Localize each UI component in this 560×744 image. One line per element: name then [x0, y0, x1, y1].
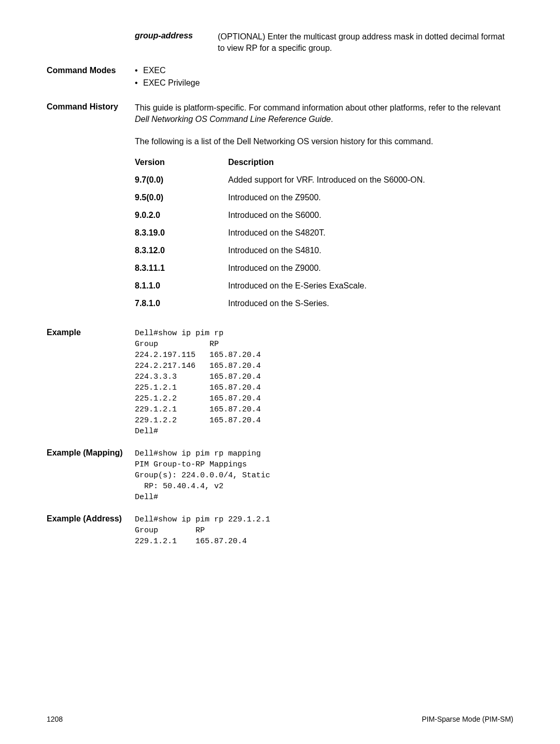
command-history-label: Command History [47, 102, 135, 316]
page-number: 1208 [47, 715, 63, 723]
version-cell: 8.3.11.1 [135, 264, 228, 273]
description-cell: Introduced on the S-Series. [228, 299, 513, 308]
description-header: Description [228, 158, 513, 167]
version-cell: 8.3.12.0 [135, 246, 228, 255]
description-cell: Introduced on the E-Series ExaScale. [228, 281, 513, 291]
history-intro1: This guide is platform-specific. For com… [135, 102, 513, 126]
version-cell: 9.7(0.0) [135, 175, 228, 185]
example-address-code: Dell#show ip pim rp 229.1.2.1 Group RP 2… [135, 514, 513, 547]
example-code: Dell#show ip pim rp Group RP 224.2.197.1… [135, 328, 513, 437]
example-mapping-code: Dell#show ip pim rp mapping PIM Group-to… [135, 448, 513, 503]
description-cell: Introduced on the Z9500. [228, 193, 513, 202]
section-title: PIM-Sparse Mode (PIM-SM) [422, 715, 513, 723]
description-cell: Added support for VRF. Introduced on the… [228, 175, 513, 185]
command-modes-list: EXEC EXEC Privilege [135, 66, 513, 88]
version-cell: 9.5(0.0) [135, 193, 228, 202]
list-item: EXEC [143, 66, 513, 75]
version-cell: 9.0.2.0 [135, 211, 228, 220]
command-modes-label: Command Modes [47, 66, 135, 91]
param-name: group-address [135, 31, 218, 54]
example-address-label: Example (Address) [47, 514, 135, 547]
description-cell: Introduced on the Z9000. [228, 264, 513, 273]
version-cell: 8.1.1.0 [135, 281, 228, 291]
param-desc: (OPTIONAL) Enter the multicast group add… [218, 31, 513, 54]
version-table: Version Description 9.7(0.0) Added suppo… [135, 158, 513, 308]
description-cell: Introduced on the S6000. [228, 211, 513, 220]
description-cell: Introduced on the S4810. [228, 246, 513, 255]
history-intro2: The following is a list of the Dell Netw… [135, 136, 513, 147]
example-mapping-label: Example (Mapping) [47, 448, 135, 503]
example-label: Example [47, 328, 135, 437]
version-cell: 7.8.1.0 [135, 299, 228, 308]
version-cell: 8.3.19.0 [135, 228, 228, 238]
description-cell: Introduced on the S4820T. [228, 228, 513, 238]
version-header: Version [135, 158, 228, 167]
list-item: EXEC Privilege [143, 78, 513, 88]
